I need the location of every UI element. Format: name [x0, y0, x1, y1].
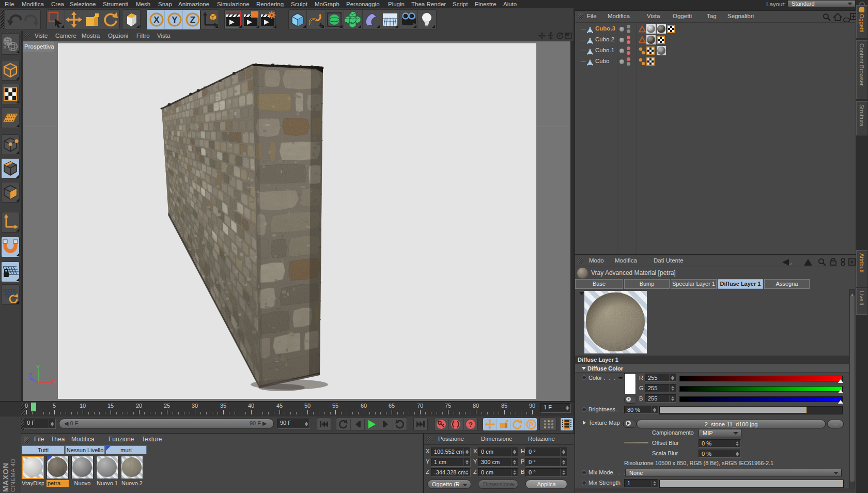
svg-text:Z: Z: [29, 372, 33, 378]
svg-text:X: X: [52, 379, 56, 386]
svg-text:?: ?: [469, 421, 473, 428]
svg-text:Y: Y: [172, 15, 178, 25]
svg-text:Y: Y: [36, 365, 40, 371]
svg-text:X: X: [153, 15, 160, 25]
svg-text:Z: Z: [190, 15, 195, 25]
svg-text:P: P: [529, 421, 533, 428]
